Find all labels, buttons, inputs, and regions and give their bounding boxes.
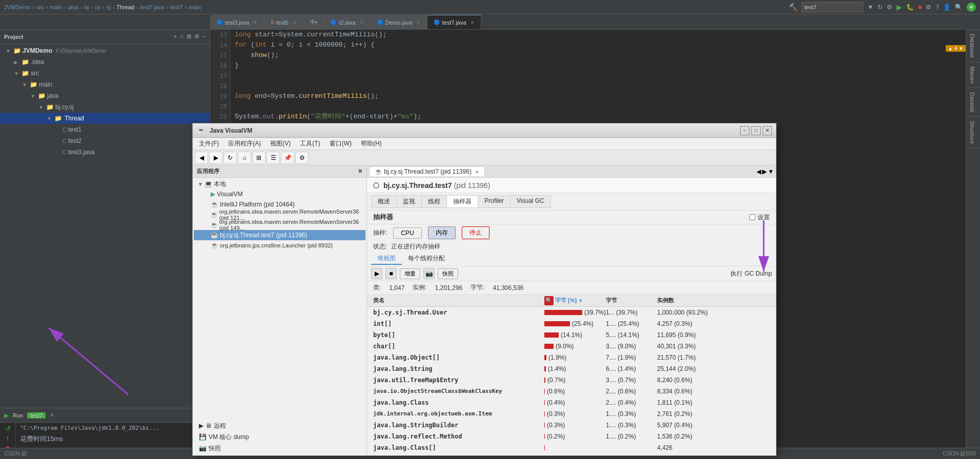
vvm-menu-view[interactable]: 视图(V) (266, 138, 295, 149)
tab-test3java-close[interactable]: ✕ (253, 20, 257, 25)
breadcrumb-java[interactable]: java (68, 4, 78, 10)
vvm-menu-tools[interactable]: 工具(T) (296, 138, 324, 149)
vvm-menu-app[interactable]: 应用程序(A) (224, 138, 265, 149)
refresh-icon[interactable]: ↻ (877, 4, 883, 11)
vvm-row-3[interactable]: char[] (9.0%) 3.... (9.0%) 40,301 (3.3%) (367, 341, 776, 352)
project-layout-icon[interactable]: ⊞ (187, 33, 191, 40)
vvm-tree-launcher[interactable]: ☕ org.jetbrains.jps.cmdline.Launcher (pi… (194, 240, 365, 251)
debug-icon[interactable]: 🐛 (906, 4, 914, 11)
project-minimize-icon[interactable]: − (202, 33, 206, 40)
vvm-stop-btn[interactable]: 停止 (462, 226, 489, 239)
vvm-tab-sampler[interactable]: 抽样器 (446, 195, 478, 208)
help-icon[interactable]: ? (935, 4, 939, 11)
vvm-footer-vmdump[interactable]: 💾 VM 核心 dump (195, 432, 364, 442)
tab-test5[interactable]: S test5 ✕ (264, 15, 303, 29)
tree-item-test2[interactable]: C test2 (0, 135, 210, 147)
vvm-tab-threads[interactable]: 线程 (421, 195, 446, 208)
vvm-tree-local[interactable]: ▼ 💻 本地 (194, 179, 365, 189)
breadcrumb-main[interactable]: main (50, 4, 62, 10)
vvm-row-10[interactable]: java.lang.StringBuilder (0.3%) 1.... (0.… (367, 420, 776, 431)
breadcrumb-bj[interactable]: bj (85, 4, 89, 10)
tree-item-bjcysj[interactable]: ▼ 📁 bj.cy.sj (0, 101, 210, 113)
vvm-tb-btn7[interactable]: 📌 (281, 152, 294, 164)
settings-icon[interactable]: ⚙ (926, 4, 931, 11)
vvm-tab-visualgc[interactable]: Visual GC (510, 195, 551, 208)
tree-item-main[interactable]: ▼ 📁 main (0, 79, 210, 90)
tree-item-test1[interactable]: C test1 (0, 124, 210, 135)
breadcrumb-jvmdemo[interactable]: JVMDemo (4, 4, 30, 10)
vvm-tree-visualvm[interactable]: ▶ VisualVM (194, 189, 365, 199)
tab-demojava[interactable]: 🔵 Demo.java ✕ (371, 15, 427, 29)
vvm-tree-maven1[interactable]: ☕ org.jetbrains.idea.maven.server.Remote… (194, 210, 365, 220)
tab-demojava-close[interactable]: ✕ (416, 20, 420, 25)
stop-icon[interactable]: ■ (918, 4, 922, 11)
vvm-tb-btn5[interactable]: ⊞ (252, 152, 266, 164)
vvm-app-panel-close[interactable]: ✕ (358, 168, 362, 175)
run-icon[interactable]: ▶ (896, 3, 902, 11)
plus-icon[interactable]: + (967, 3, 976, 12)
tab-t2java[interactable]: 🔵 t2.java ✕ (324, 15, 370, 29)
run-config-selector[interactable] (802, 2, 863, 12)
vvm-process-tab-test7[interactable]: ☕ bj.cy.sj.Thread.test7 (pid 11396) ✕ (369, 166, 485, 176)
right-tab-database[interactable]: Database (966, 30, 980, 62)
tree-item-jvmdemo[interactable]: ▼ 📁 JVMDemo F:\D\jianda\JVMDemo (0, 45, 210, 56)
vvm-row-7[interactable]: java.io.ObjectStreamClass$WeakClassKey (… (367, 386, 776, 397)
tree-item-src[interactable]: ▼ 📁 src (0, 68, 210, 79)
vvm-tab-profiler[interactable]: Profiler (478, 195, 510, 208)
breadcrumb-sj[interactable]: sj (107, 4, 111, 10)
vvm-row-11[interactable]: java.lang.reflect.Method (0.2%) 1.... (0… (367, 431, 776, 442)
vvm-row-6[interactable]: java.util.TreeMap$Entry (0.7%) 3.... (0.… (367, 374, 776, 386)
run-panel-name[interactable]: test7 (27, 412, 46, 419)
project-settings-icon[interactable]: ⚙ (194, 33, 199, 40)
vvm-toolbar-snapshot-icon[interactable]: 📷 (423, 268, 435, 279)
vvm-toolbar-play-icon[interactable]: ▶ (371, 268, 382, 279)
run-restart-icon[interactable]: ↺ (2, 425, 13, 432)
hammer-icon[interactable]: 🔨 (789, 3, 798, 11)
vvm-settings-checkbox[interactable] (749, 214, 756, 220)
vvm-col-bytes-pct[interactable]: 🔍 字节 [%] ▼ (544, 296, 606, 305)
vvm-search-active-icon[interactable]: 🔍 (544, 296, 554, 305)
vvm-tab-overview[interactable]: 概述 (371, 195, 396, 208)
run-up-icon[interactable]: ↑ (2, 434, 13, 442)
vvm-tb-home[interactable]: ⌂ (238, 152, 251, 164)
vvm-tab-heap[interactable]: 堆栈图 (371, 253, 402, 265)
search-toolbar-icon[interactable]: 🔍 (955, 4, 963, 11)
tree-item-thread[interactable]: ▼ 📁 Thread (0, 113, 210, 124)
tree-item-idea[interactable]: ▶ 📁 .idea (0, 56, 210, 68)
project-add-icon[interactable]: + (174, 33, 177, 40)
vvm-row-2[interactable]: byte[] (14.1%) 5.... (14.1%) 11,695 (0.9… (367, 329, 776, 341)
vvm-toolbar-delta-btn[interactable]: 增量 (400, 268, 420, 279)
build-icon[interactable]: ⚙ (887, 4, 892, 11)
vvm-row-0[interactable]: bj.cy.sj.Thread.User (39.7%) 1... (39.7%… (367, 307, 776, 318)
user-icon[interactable]: 👤 (943, 4, 951, 11)
vvm-tab-monitor[interactable]: 监视 (396, 195, 421, 208)
breadcrumb-thread[interactable]: Thread (116, 4, 134, 10)
vvm-memory-btn[interactable]: 内存 (428, 226, 456, 239)
run-panel-close[interactable]: ✕ (50, 412, 54, 419)
tab-test7java[interactable]: 🔵 test7.java ✕ (427, 15, 481, 29)
vvm-tab-thread-alloc[interactable]: 每个线程分配 (402, 253, 451, 265)
right-tab-maven[interactable]: Maven (966, 62, 980, 88)
vvm-tab-nav-menu[interactable]: ▼ (768, 168, 774, 175)
right-tab-structure[interactable]: Structure (966, 117, 980, 149)
tree-item-test3java[interactable]: C test3.java (0, 147, 210, 158)
breadcrumb-main-method[interactable]: main (189, 4, 201, 10)
vvm-tree-intellij[interactable]: ☕ IntelliJ Platform (pid 10464) (194, 199, 365, 210)
vvm-minimize-btn[interactable]: − (740, 126, 749, 135)
breadcrumb-test7java[interactable]: test7.java (140, 4, 165, 10)
vvm-tb-back[interactable]: ◀ (195, 152, 208, 164)
vvm-toolbar-stop-icon[interactable]: ■ (385, 268, 397, 279)
vvm-tb-refresh[interactable]: ↻ (223, 152, 237, 164)
vvm-row-5[interactable]: java.lang.String (1.4%) 6.... (1.4%) 25,… (367, 363, 776, 374)
tree-item-java[interactable]: ▼ 📁 java (0, 90, 210, 101)
tab-test5-close[interactable]: ✕ (293, 20, 297, 25)
tab-zh[interactable]: 中• (303, 15, 324, 29)
vvm-tab-nav-right[interactable]: ▶ (762, 168, 767, 175)
vvm-menu-file[interactable]: 文件(F) (195, 138, 223, 149)
vvm-footer-snapshot[interactable]: 📷 快照 (195, 443, 364, 453)
project-list-icon[interactable]: ≡ (180, 33, 183, 40)
tab-test3java[interactable]: 🔵 test3.java ✕ (210, 15, 264, 29)
tab-t2java-close[interactable]: ✕ (360, 20, 364, 25)
vvm-row-4[interactable]: java.lang.Object[] (1.9%) 7.... (1.9%) 2… (367, 352, 776, 363)
vvm-tree-test7[interactable]: ☕ bj.cy.sj.Thread.test7 (pid 11396) (194, 230, 365, 240)
